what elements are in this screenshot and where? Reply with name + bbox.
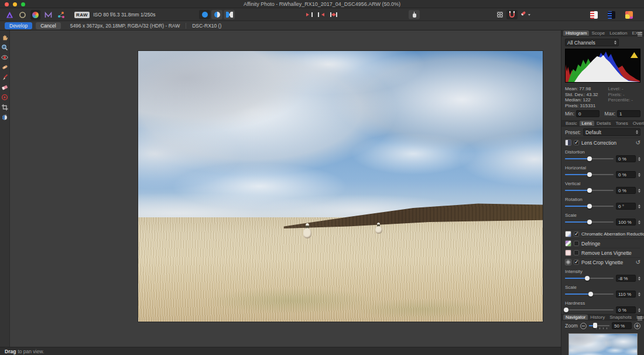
red-eye-removal-tool[interactable] bbox=[1, 53, 9, 62]
stepper-arrows-icon[interactable] bbox=[638, 277, 640, 281]
tab-snapshots[interactable]: Snapshots bbox=[607, 315, 634, 320]
slider-handle[interactable] bbox=[587, 220, 592, 224]
minimize-window-button[interactable] bbox=[13, 2, 17, 6]
panel-menu-icon[interactable] bbox=[638, 32, 642, 36]
max-input[interactable]: 1 bbox=[617, 110, 640, 117]
slider-handle[interactable] bbox=[587, 188, 592, 193]
show-clipped-highlights-button[interactable] bbox=[316, 10, 327, 19]
intensity-slider[interactable] bbox=[565, 275, 614, 282]
navigator-thumbnail[interactable] bbox=[568, 333, 638, 355]
vertical-slider[interactable] bbox=[565, 187, 614, 194]
tab-histogram[interactable]: Histogram bbox=[563, 30, 589, 36]
liquify-persona-button[interactable] bbox=[18, 10, 28, 20]
export-persona-button[interactable] bbox=[56, 10, 66, 20]
rotation-slider[interactable] bbox=[565, 203, 614, 210]
slider-handle[interactable] bbox=[587, 172, 592, 177]
overlay-gradient-tool[interactable] bbox=[1, 93, 9, 101]
tab-tones[interactable]: Tones bbox=[613, 121, 630, 126]
show-clipped-pixels-button[interactable] bbox=[328, 10, 339, 19]
tab-lens[interactable]: Lens bbox=[580, 121, 594, 126]
hardness-slider[interactable] bbox=[565, 306, 614, 313]
mirror-view-button[interactable] bbox=[224, 10, 235, 19]
tab-basic[interactable]: Basic bbox=[563, 121, 580, 126]
preset-selector[interactable]: Default bbox=[583, 128, 640, 136]
histogram-chart[interactable] bbox=[565, 49, 640, 83]
zoom-slider-handle[interactable] bbox=[593, 323, 597, 328]
channel-selector[interactable]: All Channels bbox=[565, 39, 619, 46]
vertical-value[interactable]: 0 % bbox=[616, 187, 636, 194]
stepper-arrows-icon[interactable] bbox=[638, 204, 640, 209]
tab-navigator[interactable]: Navigator bbox=[563, 315, 588, 320]
show-grid-button[interactable] bbox=[494, 10, 505, 19]
slider-handle[interactable] bbox=[585, 276, 590, 281]
develop-assistant-button[interactable] bbox=[409, 10, 420, 19]
stepper-arrows-icon[interactable] bbox=[638, 308, 640, 312]
close-window-button[interactable] bbox=[5, 2, 9, 6]
scale-value[interactable]: 100 % bbox=[616, 219, 636, 226]
zoom-tool[interactable] bbox=[1, 43, 9, 52]
photo-document[interactable] bbox=[138, 51, 543, 322]
stepper-arrows-icon[interactable] bbox=[638, 157, 640, 161]
zoom-slider[interactable] bbox=[589, 322, 609, 329]
zoom-value-input[interactable]: 50 % bbox=[612, 322, 632, 329]
toolbar-right-button-2[interactable] bbox=[606, 10, 617, 19]
horizontal-slider[interactable] bbox=[565, 171, 614, 178]
overlay-paint-tool[interactable] bbox=[1, 73, 9, 81]
tone-mapping-persona-button[interactable] bbox=[43, 10, 53, 20]
slider-handle[interactable] bbox=[587, 156, 592, 161]
reset-icon[interactable]: ↺ bbox=[636, 140, 640, 146]
show-clipped-shadows-button[interactable] bbox=[303, 10, 314, 19]
distortion-slider[interactable] bbox=[565, 155, 614, 162]
view-tool[interactable] bbox=[1, 33, 9, 42]
cancel-button[interactable]: Cancel bbox=[36, 22, 60, 29]
rotation-value[interactable]: 0 ° bbox=[616, 203, 636, 210]
white-balance-tool[interactable] bbox=[1, 113, 9, 121]
maximize-window-button[interactable] bbox=[21, 2, 25, 6]
stepper-arrows-icon[interactable] bbox=[638, 220, 640, 224]
tab-location[interactable]: Location bbox=[607, 30, 629, 36]
tab-scope[interactable]: Scope bbox=[589, 30, 607, 36]
blemish-removal-tool[interactable] bbox=[1, 63, 9, 71]
assistant-options-button[interactable] bbox=[519, 10, 532, 19]
vignette-scale-slider[interactable] bbox=[565, 291, 614, 298]
panel-menu-icon[interactable] bbox=[638, 316, 642, 320]
slider-handle[interactable] bbox=[588, 292, 593, 296]
slider-handle[interactable] bbox=[564, 308, 568, 312]
toolbar-right-button-1[interactable] bbox=[588, 10, 600, 19]
horizontal-value[interactable]: 0 % bbox=[616, 171, 636, 178]
defringe-checkbox[interactable] bbox=[574, 241, 579, 246]
stepper-arrows-icon[interactable] bbox=[638, 189, 640, 193]
develop-button[interactable]: Develop bbox=[5, 22, 32, 29]
stepper-arrows-icon[interactable] bbox=[638, 173, 640, 177]
slider-label: Distortion bbox=[565, 147, 640, 155]
crop-tool[interactable] bbox=[1, 103, 9, 111]
post-crop-vignette-checkbox[interactable] bbox=[574, 260, 579, 265]
hardness-value[interactable]: 0 % bbox=[616, 306, 636, 313]
zoom-in-button[interactable]: + bbox=[634, 323, 640, 329]
tab-overlays[interactable]: Overlays bbox=[631, 121, 644, 126]
hardness-slider-row: 0 % bbox=[565, 306, 640, 314]
min-input[interactable]: 0 bbox=[576, 110, 600, 117]
slider-handle[interactable] bbox=[587, 204, 592, 209]
overlay-erase-tool[interactable] bbox=[1, 83, 9, 91]
lens-correction-checkbox[interactable] bbox=[574, 140, 579, 145]
toolbar-right-button-3[interactable] bbox=[624, 10, 635, 19]
remove-lens-vignette-checkbox[interactable] bbox=[574, 250, 579, 255]
vignette-scale-value[interactable]: 110 % bbox=[616, 291, 636, 298]
snapping-button[interactable] bbox=[506, 10, 518, 19]
distortion-value[interactable]: 0 % bbox=[616, 155, 636, 162]
chromatic-aberration-checkbox[interactable] bbox=[574, 231, 579, 237]
tab-details[interactable]: Details bbox=[594, 121, 613, 126]
tab-history[interactable]: History bbox=[588, 315, 607, 320]
stepper-arrows-icon[interactable] bbox=[638, 292, 640, 296]
scale-slider[interactable] bbox=[565, 219, 614, 226]
split-view-button[interactable] bbox=[211, 10, 222, 19]
single-view-button[interactable] bbox=[199, 10, 210, 19]
zoom-out-button[interactable]: − bbox=[580, 323, 587, 329]
document-canvas[interactable] bbox=[10, 30, 561, 347]
magnifier-icon bbox=[1, 44, 8, 51]
photo-persona-button[interactable] bbox=[5, 10, 15, 20]
intensity-value[interactable]: -8 % bbox=[616, 275, 636, 282]
reset-icon[interactable]: ↺ bbox=[636, 260, 640, 265]
develop-persona-button[interactable] bbox=[30, 10, 40, 20]
